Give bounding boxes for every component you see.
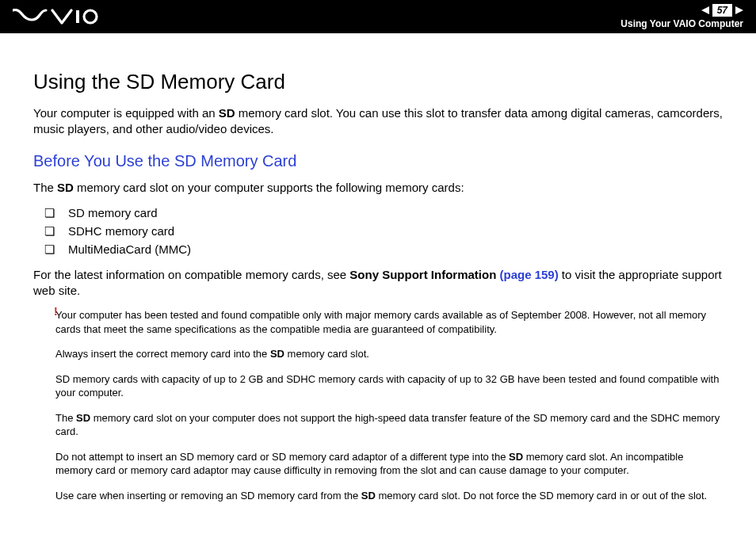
page-number: 57 [712,4,732,17]
latest-info: For the latest information on compatible… [33,267,723,299]
intro-paragraph: Your computer is equipped with an SD mem… [33,105,723,138]
intro-text-pre: Your computer is equipped with an [33,106,219,120]
svg-point-1 [84,10,97,23]
note-post: memory card slot on your computer does n… [55,412,720,438]
next-page-icon[interactable] [735,6,743,14]
latest-bold: Sony Support Information [349,268,499,281]
svg-rect-0 [76,10,79,23]
breadcrumb: Using Your VAIO Computer [620,18,743,29]
warning-icon: ! [54,305,58,318]
notes-section: ! Your computer has been tested and foun… [55,308,723,502]
note-pre: Do not attempt to insert an SD memory ca… [55,451,509,463]
page-link[interactable]: (page 159) [500,268,559,281]
note-bold: SD [509,451,523,463]
vaio-logo [13,9,98,25]
note-post: memory card slot. Do not force the SD me… [376,490,707,502]
memory-card-list: SD memory card SDHC memory card MultiMed… [44,204,723,259]
note-pre: Always insert the correct memory card in… [55,348,270,360]
note-bold: SD [76,412,90,424]
note-post: memory card slot. [284,348,369,360]
support-post: memory card slot on your computer suppor… [74,181,464,194]
note-bold: SD [270,348,284,360]
page-navigation: 57 [701,4,743,17]
note-bold: SD [361,490,376,502]
note-item: SD memory cards with capacity of up to 2… [55,372,723,400]
note-pre: The [55,412,76,424]
note-item: Always insert the correct memory card in… [55,347,723,361]
note-item: Your computer has been tested and found … [55,308,723,336]
support-bold: SD [57,181,74,194]
page-title: Using the SD Memory Card [33,70,723,94]
support-pre: The [33,181,57,194]
latest-pre: For the latest information on compatible… [33,268,349,281]
note-item: Do not attempt to insert an SD memory ca… [55,450,723,478]
note-item: The SD memory card slot on your computer… [55,411,723,439]
intro-text-bold: SD [219,106,235,120]
list-item: SDHC memory card [44,222,723,240]
section-heading: Before You Use the SD Memory Card [33,152,723,170]
page-header: 57 Using Your VAIO Computer [0,0,756,33]
note-pre: Use care when inserting or removing an S… [55,490,361,502]
prev-page-icon[interactable] [701,6,709,14]
list-item: MultiMediaCard (MMC) [44,240,723,258]
support-intro: The SD memory card slot on your computer… [33,180,723,196]
header-right: 57 Using Your VAIO Computer [620,4,743,29]
list-item: SD memory card [44,204,723,222]
note-item: Use care when inserting or removing an S… [55,489,723,503]
page-content: Using the SD Memory Card Your computer i… [0,33,756,529]
